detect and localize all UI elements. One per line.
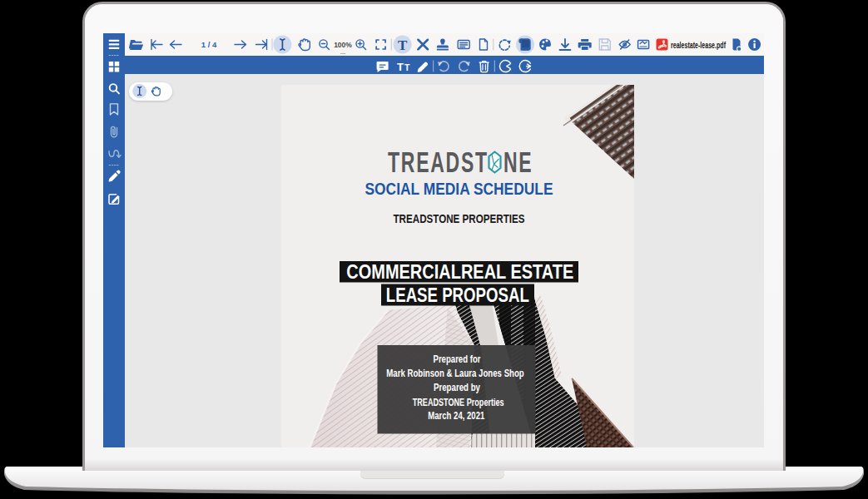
svg-text:realestate-lease.pdf: realestate-lease.pdf — [671, 40, 726, 50]
svg-text:T: T — [404, 62, 410, 72]
svg-text:T: T — [398, 37, 408, 53]
svg-text:1 / 4: 1 / 4 — [201, 40, 217, 49]
svg-text:...: ... — [340, 48, 346, 56]
svg-text:T: T — [397, 61, 404, 73]
